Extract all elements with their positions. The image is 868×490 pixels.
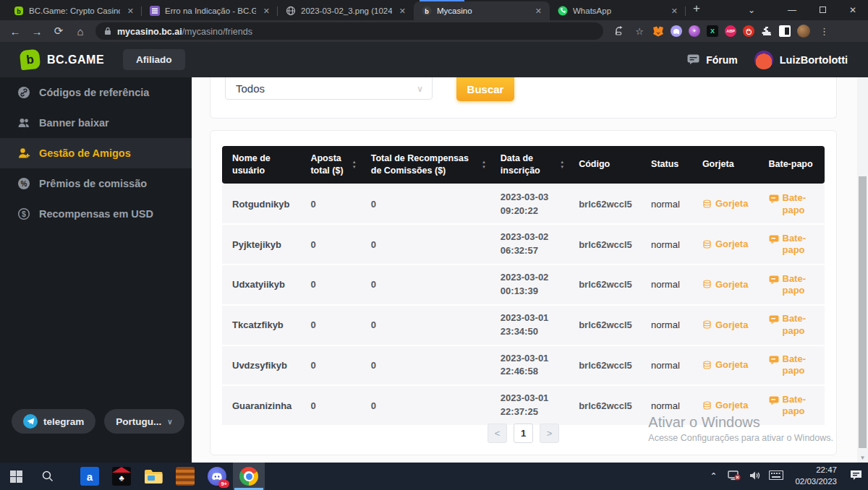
telegram-icon <box>23 414 38 429</box>
tip-link[interactable]: Gorjeta <box>702 198 754 210</box>
chat-link[interactable]: Bate-papo <box>769 273 818 297</box>
network-disconnected-icon[interactable] <box>726 470 742 483</box>
window-close-button[interactable]: ✕ <box>838 5 868 15</box>
pagination-page-1[interactable]: 1 <box>514 424 533 443</box>
tab-bcgame[interactable]: b BC.Game: Crypto Casino Gam ✕ <box>6 1 142 20</box>
tip-link[interactable]: Gorjeta <box>702 279 754 291</box>
scrollbar-down-arrow-icon[interactable]: ▼ <box>857 455 868 461</box>
language-select[interactable]: Portugu... ∨ <box>104 409 184 434</box>
chat-bubble-icon <box>769 356 779 365</box>
taskbar-discord-app[interactable]: 9+ <box>201 463 233 490</box>
new-tab-button[interactable]: + <box>686 0 707 20</box>
x-extension-icon[interactable]: X <box>707 25 718 37</box>
taskbar-chrome-active[interactable] <box>233 463 265 490</box>
chat-link[interactable]: Bate-papo <box>769 192 818 216</box>
taskbar-casino-app[interactable]: ♣ <box>106 463 137 490</box>
tab-close-icon[interactable]: ✕ <box>533 6 544 17</box>
split-square-icon[interactable] <box>779 25 791 37</box>
chat-link[interactable]: Bate-papo <box>769 233 818 257</box>
tab-whatsapp[interactable]: WhatsApp ✕ <box>550 1 686 20</box>
scrollbar-thumb[interactable] <box>859 176 867 448</box>
table-row: Udxatyiikyb 0 0 2023-03-0200:13:39 brlc6… <box>222 265 825 304</box>
tip-link[interactable]: Gorjeta <box>702 400 754 411</box>
tab-png[interactable]: 2023-03-02_3.png (1024×76 ✕ <box>278 1 414 20</box>
metamask-extension-icon[interactable] <box>652 25 664 37</box>
start-button[interactable] <box>0 463 32 490</box>
extensions-puzzle-icon[interactable] <box>761 25 773 37</box>
cell-status: normal <box>644 265 695 304</box>
tab-close-icon[interactable]: ✕ <box>669 6 680 17</box>
user-name[interactable]: LuizBortolotti <box>780 54 848 66</box>
sidebar-item-friends-management[interactable]: Gestão de Amigos <box>0 138 192 168</box>
window-restore-button[interactable] <box>807 5 838 15</box>
back-icon[interactable]: ← <box>6 25 25 38</box>
chat-link[interactable]: Bate-papo <box>769 353 818 377</box>
reload-icon[interactable]: ⟳ <box>49 25 68 38</box>
tab-title: BC.Game: Crypto Casino Gam <box>29 7 120 15</box>
sort-icon[interactable]: ▲▼ <box>560 160 564 169</box>
user-avatar[interactable] <box>754 51 773 69</box>
bcgame-favicon: b <box>13 6 24 17</box>
window-minimize-button[interactable]: — <box>777 5 807 15</box>
sidebar-item-referral-codes[interactable]: Códigos de referência <box>0 77 192 108</box>
volume-icon[interactable] <box>747 470 763 483</box>
adblock-plus-extension-icon[interactable]: ABP <box>725 25 736 37</box>
link-icon <box>17 86 30 99</box>
cell-code: brlc62wccl5 <box>571 386 644 425</box>
col-bet-total[interactable]: Aposta total ($)▲▼ <box>303 146 363 184</box>
forum-link[interactable]: Fórum <box>706 54 738 66</box>
cell-chat: Bate-papo <box>762 265 825 304</box>
forward-icon[interactable]: → <box>27 25 46 38</box>
sidebar: Códigos de referência Banner baixar Gest… <box>0 77 192 463</box>
browser-menu-icon[interactable]: ⋮ <box>817 26 833 37</box>
col-signup-date[interactable]: Data de inscrição▲▼ <box>493 146 571 184</box>
tab-title: 2023-03-02_3.png (1024×76 <box>301 7 392 15</box>
browser-profile-avatar[interactable] <box>797 25 810 38</box>
filter-select[interactable]: Todos ∨ <box>225 77 433 100</box>
tip-link[interactable]: Gorjeta <box>702 359 754 371</box>
cell-bet-total: 0 <box>303 265 363 304</box>
purple-extension-icon[interactable]: ✦ <box>689 25 700 37</box>
share-icon[interactable] <box>613 25 626 38</box>
sidebar-item-usd-rewards[interactable]: $ Recompensas em USD <box>0 199 192 229</box>
tab-close-icon[interactable]: ✕ <box>125 6 136 17</box>
tab-close-icon[interactable]: ✕ <box>261 6 272 17</box>
tray-chevron-up-icon[interactable]: ⌃ <box>705 471 721 481</box>
tip-link[interactable]: Gorjeta <box>702 238 754 250</box>
phantom-extension-icon[interactable] <box>671 25 682 37</box>
bcgame-logo-icon[interactable]: b <box>20 49 41 71</box>
touch-keyboard-icon[interactable] <box>768 470 784 482</box>
hand-blocker-extension-icon[interactable] <box>743 25 754 37</box>
telegram-button[interactable]: telegram <box>12 409 95 434</box>
pagination-prev-button[interactable]: < <box>488 424 507 443</box>
tab-forum-erro[interactable]: Erro na Indicação - BC.Game ✕ <box>142 1 278 20</box>
col-commission-rewards[interactable]: Total de Recompensas de Comissões ($)▲▼ <box>364 146 493 184</box>
coins-icon <box>702 199 712 209</box>
affiliate-nav-button[interactable]: Afiliado <box>123 49 185 70</box>
home-icon[interactable]: ⌂ <box>71 25 90 38</box>
bookmark-star-icon[interactable]: ☆ <box>633 26 646 37</box>
taskbar-clock[interactable]: 22:47 02/03/2023 <box>789 465 843 487</box>
tab-close-icon[interactable]: ✕ <box>397 6 408 17</box>
tab-search-chevron-icon[interactable]: ⌄ <box>736 5 767 15</box>
taskbar-amd-app[interactable]: a <box>74 463 106 490</box>
chat-link[interactable]: Bate-papo <box>769 313 818 337</box>
taskbar-file-explorer[interactable] <box>137 463 169 490</box>
tip-link[interactable]: Gorjeta <box>702 319 754 331</box>
vertical-scrollbar[interactable]: ▼ <box>857 77 868 463</box>
taskbar: a ♣ 9+ ⌃ <box>0 463 868 490</box>
sort-icon[interactable]: ▲▼ <box>482 160 486 169</box>
taskbar-search-button[interactable] <box>32 463 64 490</box>
pagination-next-button[interactable]: > <box>540 424 559 443</box>
tab-mycasino-active[interactable]: b Mycasino ✕ <box>414 1 550 20</box>
cell-rewards: 0 <box>364 225 493 264</box>
action-center-icon[interactable] <box>848 470 864 483</box>
search-button[interactable]: Buscar <box>456 77 514 101</box>
sidebar-item-banner-download[interactable]: Banner baixar <box>0 108 192 138</box>
address-bar[interactable]: mycasino.bc.ai/mycasino/friends <box>95 22 603 40</box>
sidebar-item-commission-prizes[interactable]: % Prêmios de comissão <box>0 168 192 199</box>
users-icon <box>17 116 30 129</box>
sort-icon[interactable]: ▲▼ <box>352 160 357 169</box>
taskbar-game-app[interactable] <box>169 463 201 490</box>
col-code: Código <box>571 146 644 184</box>
